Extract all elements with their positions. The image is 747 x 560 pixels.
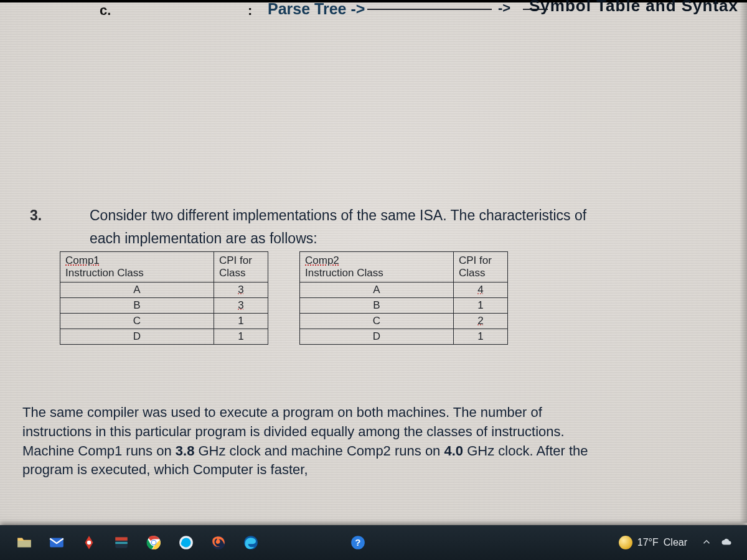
comp2-table: Comp2 Instruction Class CPI for Class A4… bbox=[299, 251, 508, 345]
cpi-tables: Comp1 Instruction Class CPI for Class A3… bbox=[60, 251, 508, 345]
chrome-icon[interactable] bbox=[144, 533, 163, 552]
para-line4: program is executed, which Computer is f… bbox=[22, 460, 722, 480]
para-line2: instructions in this particular program … bbox=[22, 422, 722, 442]
item-c-label: c. bbox=[100, 2, 111, 19]
table-row: C1 bbox=[60, 314, 268, 329]
comp1-subtitle: Instruction Class bbox=[65, 267, 144, 279]
weather-condition: Clear bbox=[664, 537, 687, 548]
comp2-subtitle: Instruction Class bbox=[305, 267, 383, 279]
parse-tree-label: Parse Tree -> bbox=[268, 0, 365, 18]
para-line3: Machine Comp1 runs on 3.8 GHz clock and … bbox=[22, 442, 722, 461]
skype-icon[interactable] bbox=[177, 533, 195, 552]
table-row: B1 bbox=[300, 298, 508, 314]
svg-rect-3 bbox=[115, 537, 128, 540]
antivirus-icon[interactable] bbox=[80, 533, 98, 552]
weather-temp: 17°F bbox=[637, 537, 659, 548]
mail-icon[interactable] bbox=[47, 533, 66, 552]
table-row: D1 bbox=[300, 329, 508, 345]
question-paragraph: The same compiler was used to execute a … bbox=[22, 403, 722, 480]
edge-icon[interactable] bbox=[242, 533, 260, 552]
table-row: C2 bbox=[300, 314, 508, 329]
colon: : bbox=[248, 2, 252, 19]
table-row: D1 bbox=[60, 329, 268, 345]
svg-point-1 bbox=[87, 541, 92, 545]
weather-sun-icon bbox=[619, 536, 632, 549]
windows-taskbar: ? 17°F Clear bbox=[0, 525, 747, 560]
chevron-up-icon[interactable] bbox=[701, 536, 712, 549]
table-row: B3 bbox=[60, 298, 268, 314]
comp2-title: Comp2 bbox=[305, 254, 339, 266]
file-explorer-icon[interactable] bbox=[15, 533, 34, 552]
comp1-title: Comp1 bbox=[65, 254, 100, 266]
cloud-icon[interactable] bbox=[721, 536, 732, 549]
firefox-icon[interactable] bbox=[209, 533, 228, 552]
arrow-head: -> bbox=[498, 0, 510, 16]
help-icon[interactable]: ? bbox=[349, 533, 367, 552]
system-tray[interactable] bbox=[701, 536, 732, 549]
svg-point-7 bbox=[152, 541, 156, 545]
weather-widget[interactable]: 17°F Clear bbox=[619, 536, 687, 549]
question-3: 3.Consider two different implementations… bbox=[30, 205, 722, 250]
comp2-cpi-header: CPI for Class bbox=[454, 252, 508, 282]
svg-text:?: ? bbox=[355, 537, 360, 548]
comp2-header: Comp2 Instruction Class bbox=[300, 252, 454, 282]
arrow-line bbox=[367, 9, 492, 10]
movies-icon[interactable] bbox=[112, 533, 131, 552]
comp1-header: Comp1 Instruction Class bbox=[60, 252, 214, 282]
comp1-table: Comp1 Instruction Class CPI for Class A3… bbox=[60, 251, 268, 345]
question-text-line2: each implementation are as follows: bbox=[90, 230, 317, 246]
svg-rect-4 bbox=[115, 542, 128, 544]
table-row: A3 bbox=[60, 282, 268, 298]
vignette-right bbox=[740, 0, 747, 523]
para-line1: The same compiler was used to execute a … bbox=[22, 403, 722, 422]
comp1-cpi-header: CPI for Class bbox=[214, 252, 268, 282]
question-text-line1: Consider two different implementations o… bbox=[90, 207, 586, 223]
question-number: 3. bbox=[30, 205, 90, 226]
table-row: A4 bbox=[300, 282, 508, 298]
symbol-table-label: Symbol Table and Syntax bbox=[529, 0, 738, 16]
